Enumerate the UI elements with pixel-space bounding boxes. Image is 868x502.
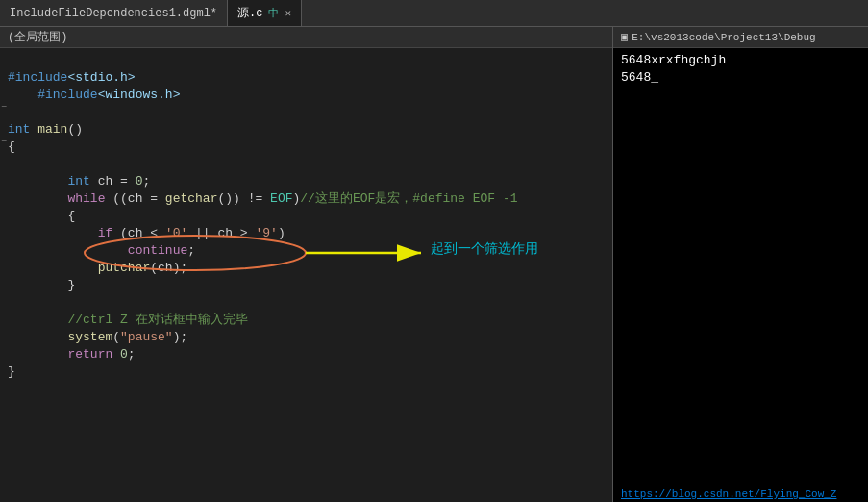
tab-source-label: 源.c bbox=[237, 5, 262, 21]
terminal-title: E:\vs2013code\Project13\Debug bbox=[632, 32, 815, 43]
collapse-indicator-2[interactable]: − bbox=[1, 137, 7, 147]
terminal-icon: ▣ bbox=[621, 30, 628, 44]
scope-bar: (全局范围) bbox=[0, 27, 612, 48]
terminal-line-2: 5648_ bbox=[621, 69, 860, 87]
collapse-indicator-1[interactable]: − bbox=[1, 102, 7, 113]
code-pre: #include<stdio.h> #include<windows.h> in… bbox=[8, 52, 612, 381]
editor-panel: (全局范围) − − #include<stdio.h> #include<wi… bbox=[0, 27, 613, 502]
main-area: (全局范围) − − #include<stdio.h> #include<wi… bbox=[0, 27, 868, 502]
code-area: − − #include<stdio.h> #include<windows.h… bbox=[0, 48, 612, 502]
left-collapse-bar: − − bbox=[0, 48, 8, 502]
code-content[interactable]: #include<stdio.h> #include<windows.h> in… bbox=[8, 48, 612, 502]
terminal-line-1: 5648xrxfhgchjh bbox=[621, 52, 860, 69]
tab-dgml-label: IncludeFileDependencies1.dgml* bbox=[10, 7, 217, 20]
terminal-header: ▣ E:\vs2013code\Project13\Debug bbox=[613, 27, 868, 48]
tab-source[interactable]: 源.c 中 ✕ bbox=[228, 0, 302, 26]
terminal-body: 5648xrxfhgchjh 5648_ bbox=[613, 48, 868, 487]
terminal-panel: ▣ E:\vs2013code\Project13\Debug 5648xrxf… bbox=[613, 27, 868, 502]
tab-close-button[interactable]: ✕ bbox=[285, 7, 291, 19]
tab-lang-indicator: 中 bbox=[268, 6, 279, 20]
tab-bar: IncludeFileDependencies1.dgml* 源.c 中 ✕ bbox=[0, 0, 868, 27]
scope-label: (全局范围) bbox=[8, 29, 67, 45]
tab-dgml[interactable]: IncludeFileDependencies1.dgml* bbox=[0, 0, 228, 26]
footer-link[interactable]: https://blog.csdn.net/Flying_Cow_Z bbox=[613, 487, 868, 502]
